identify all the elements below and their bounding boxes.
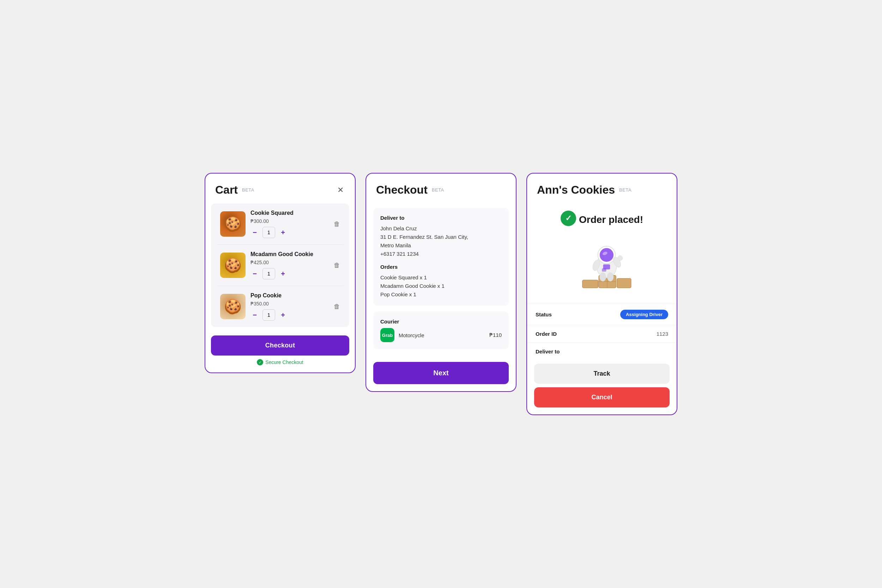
delivery-info-section: Deliver to John Dela Cruz 31 D E. Fernan… [373, 208, 509, 306]
svg-point-11 [617, 256, 622, 261]
order-placed-text: Order placed! [579, 214, 643, 225]
secure-checkout-label: ✓ Secure Checkout [211, 359, 349, 365]
cart-footer: Checkout ✓ Secure Checkout [206, 327, 355, 372]
quantity-display: 1 [262, 309, 275, 321]
check-circle-icon: ✓ [561, 211, 576, 226]
increment-button[interactable]: + [279, 270, 287, 278]
address-line1: 31 D E. Fernandez St. San Juan City, [380, 233, 502, 241]
deliver-to-label: Deliver to [380, 215, 502, 221]
anns-title-text: Ann's Cookies [537, 183, 615, 196]
quantity-display: 1 [262, 268, 275, 279]
increment-button[interactable]: + [279, 311, 287, 319]
deliver-to-row: Deliver to [527, 342, 676, 360]
item-price: ₱350.00 [250, 301, 329, 306]
shield-icon: ✓ [257, 359, 263, 365]
cancel-button[interactable]: Cancel [534, 387, 670, 407]
item-quantity-controls: − 1 + [250, 309, 329, 321]
orders-label: Orders [380, 264, 502, 270]
delete-item-button[interactable]: 🗑 [334, 220, 340, 228]
status-badge: Assigning Driver [620, 310, 668, 319]
anns-beta-badge: BETA [619, 187, 632, 193]
svg-rect-15 [602, 268, 606, 272]
grab-logo: Grab [380, 328, 394, 342]
order-placed-title: ✓ Order placed! [534, 211, 670, 229]
svg-rect-1 [617, 278, 631, 288]
decrement-button[interactable]: − [250, 270, 259, 278]
item-price: ₱300.00 [250, 218, 329, 224]
courier-section: Courier Grab Motorcycle ₱110 [373, 312, 509, 349]
cart-title-text: Cart [215, 183, 238, 196]
item-quantity-controls: − 1 + [250, 268, 329, 279]
cart-item-info: Pop Cookie ₱350.00 − 1 + [250, 292, 329, 321]
deliver-to-label: Deliver to [536, 348, 560, 354]
courier-price: ₱110 [489, 332, 502, 338]
order-placed-section: ✓ Order placed! [527, 202, 676, 304]
order-id-row: Order ID 1123 [527, 325, 676, 342]
order-id-label: Order ID [536, 331, 557, 337]
pop-cookie-image [220, 294, 246, 319]
anns-cookies-panel: Ann's Cookies BETA ✓ Order placed! [526, 173, 677, 415]
checkout-title-text: Checkout [376, 183, 428, 196]
phone-number: +6317 321 1234 [380, 250, 502, 258]
checkout-panel: Checkout BETA Deliver to John Dela Cruz … [366, 173, 516, 392]
panels-container: Cart BETA ✕ Cookie Squared ₱300.00 − 1 + [205, 173, 677, 415]
mcadamn-cookie-image [220, 252, 246, 278]
delivery-address: John Dela Cruz 31 D E. Fernandez St. San… [380, 224, 502, 258]
cart-beta-badge: BETA [242, 187, 254, 193]
quantity-display: 1 [262, 227, 275, 238]
anns-footer: Track Cancel [527, 360, 676, 414]
item-name: Mcadamn Good Cookie [250, 251, 329, 258]
cart-title: Cart BETA [215, 183, 254, 196]
cart-item-info: Mcadamn Good Cookie ₱425.00 − 1 + [250, 251, 329, 279]
cart-items-list: Cookie Squared ₱300.00 − 1 + 🗑 Mcadamn G… [211, 204, 349, 327]
svg-point-13 [607, 273, 614, 282]
anns-header: Ann's Cookies BETA [527, 174, 676, 202]
decrement-button[interactable]: − [250, 311, 259, 319]
status-row: Status Assigning Driver [527, 304, 676, 325]
status-label: Status [536, 312, 552, 318]
delete-item-button[interactable]: 🗑 [334, 303, 340, 310]
secure-checkout-text: Secure Checkout [265, 359, 303, 365]
item-name: Cookie Squared [250, 210, 329, 216]
checkout-title: Checkout BETA [376, 183, 444, 196]
courier-row: Grab Motorcycle ₱110 [380, 328, 502, 342]
item-quantity-controls: − 1 + [250, 227, 329, 238]
anns-title: Ann's Cookies BETA [537, 183, 632, 196]
svg-rect-2 [582, 280, 598, 288]
cart-panel: Cart BETA ✕ Cookie Squared ₱300.00 − 1 + [205, 173, 356, 373]
address-city: Metro Manila [380, 241, 502, 250]
order-id-value: 1123 [657, 331, 668, 337]
next-button[interactable]: Next [373, 362, 509, 384]
svg-point-7 [600, 248, 614, 262]
item-name: Pop Cookie [250, 292, 329, 299]
list-item: Cookie Squared x 1 [380, 273, 502, 282]
cart-header: Cart BETA ✕ [206, 174, 355, 204]
cart-item-info: Cookie Squared ₱300.00 − 1 + [250, 210, 329, 238]
list-item: Mcadamn Good Cookie x 1 [380, 282, 502, 290]
increment-button[interactable]: + [279, 228, 287, 237]
item-price: ₱425.00 [250, 260, 329, 265]
courier-label: Courier [380, 318, 502, 324]
checkout-beta-badge: BETA [432, 187, 444, 193]
order-items-list: Cookie Squared x 1 Mcadamn Good Cookie x… [380, 273, 502, 299]
courier-name: Motorcycle [399, 332, 485, 338]
table-row: Mcadamn Good Cookie ₱425.00 − 1 + 🗑 [217, 245, 344, 286]
track-button[interactable]: Track [534, 364, 670, 384]
svg-point-12 [600, 273, 606, 282]
checkout-header: Checkout BETA [366, 174, 516, 202]
delete-item-button[interactable]: 🗑 [334, 262, 340, 269]
table-row: Cookie Squared ₱300.00 − 1 + 🗑 [217, 204, 344, 245]
decrement-button[interactable]: − [250, 228, 259, 237]
table-row: Pop Cookie ₱350.00 − 1 + 🗑 [217, 286, 344, 327]
close-button[interactable]: ✕ [336, 184, 345, 196]
checkout-content: Deliver to John Dela Cruz 31 D E. Fernan… [366, 202, 516, 355]
list-item: Pop Cookie x 1 [380, 290, 502, 299]
checkout-button[interactable]: Checkout [211, 336, 349, 356]
recipient-name: John Dela Cruz [380, 224, 502, 233]
cookie-squared-image [220, 211, 246, 237]
astronaut-illustration [570, 235, 634, 291]
